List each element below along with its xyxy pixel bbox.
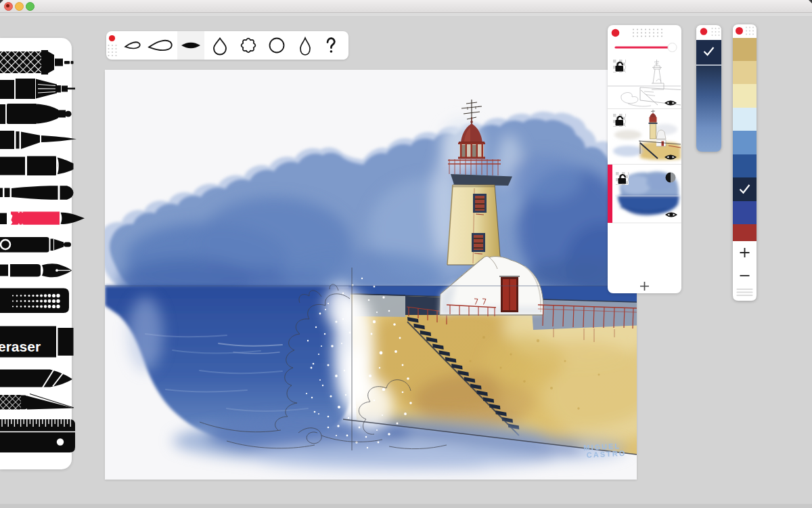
svg-text:eraser: eraser (0, 339, 41, 354)
